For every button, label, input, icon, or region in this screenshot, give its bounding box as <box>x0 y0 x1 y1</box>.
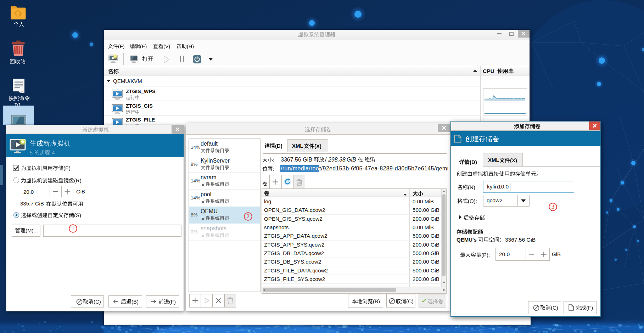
svg-text:3: 3 <box>551 204 554 210</box>
svg-text:2: 2 <box>247 213 250 219</box>
svg-text:1: 1 <box>72 225 74 231</box>
